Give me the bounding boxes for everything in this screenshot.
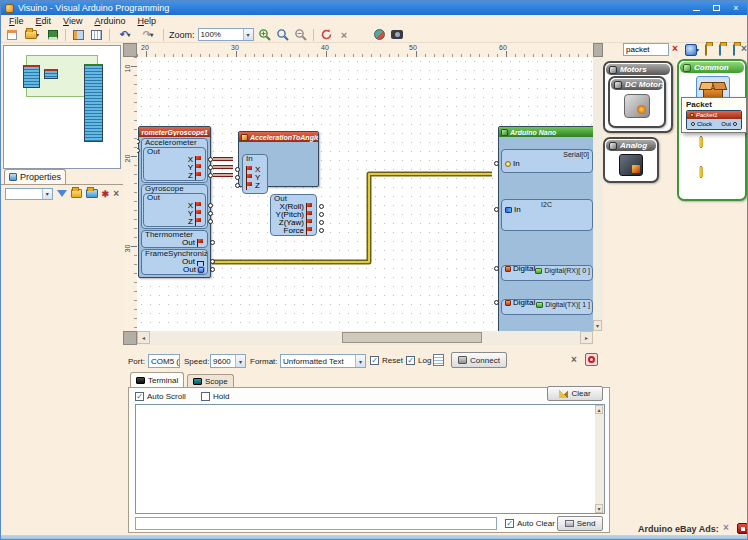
pin-circle[interactable] — [494, 300, 499, 305]
zoom-reset-icon[interactable] — [275, 28, 290, 41]
close-palette-icon[interactable]: × — [741, 43, 747, 54]
alpha-sort-icon[interactable] — [86, 189, 97, 198]
hold-checkbox[interactable]: Hold — [201, 392, 229, 401]
pin-circle[interactable] — [235, 175, 240, 180]
palette-group-dc-motors[interactable]: DC Motors — [608, 76, 666, 128]
pin-circle[interactable] — [319, 228, 324, 233]
pin-circle[interactable] — [319, 220, 324, 225]
pin-circle[interactable] — [319, 204, 324, 209]
auto-clear-checkbox[interactable]: ✓Auto Clear — [505, 519, 555, 528]
palette-item-packet2[interactable] — [700, 137, 702, 147]
pin-digital[interactable]: Digital — [502, 265, 552, 273]
group-header[interactable]: DC Motors — [611, 79, 663, 90]
toggle-grid-icon[interactable] — [89, 28, 104, 41]
toggle-panels-icon[interactable] — [71, 28, 86, 41]
component-arduino-nano[interactable]: Arduino Nano Serial[0] In I2C In Digital… — [498, 126, 593, 331]
pin-circle[interactable] — [235, 167, 240, 172]
disconnect-power-icon[interactable] — [585, 353, 598, 366]
pin-i2c-in[interactable]: In — [502, 206, 552, 214]
new-category-icon[interactable] — [705, 44, 707, 56]
terminal-settings-icon[interactable]: × — [571, 354, 577, 365]
terminal-scrollbar[interactable]: ▴ ▾ — [595, 405, 604, 513]
expand-properties-icon[interactable]: ✱ — [102, 189, 110, 199]
terminal-output[interactable]: ▴ ▾ — [135, 404, 605, 514]
group-header[interactable]: Motors — [606, 64, 670, 75]
pin-analog-out[interactable]: X — [144, 156, 205, 164]
palette-group-motors[interactable]: Motors DC Motors — [603, 61, 673, 133]
pin-circle[interactable] — [235, 183, 240, 188]
filter-icon[interactable] — [57, 190, 67, 197]
new-project-icon[interactable] — [4, 28, 19, 41]
zoom-in-icon[interactable] — [257, 28, 272, 41]
design-minimap[interactable] — [3, 45, 121, 169]
pin-analog-out[interactable]: Force — [271, 227, 316, 235]
filter-wizard-icon[interactable]: ▾ — [685, 43, 703, 56]
pin-circle[interactable] — [494, 266, 499, 271]
component-header[interactable]: AccelerometerGyroscope1 — [139, 127, 210, 137]
clear-search-icon[interactable]: × — [672, 43, 678, 54]
refresh-icon[interactable] — [319, 28, 334, 41]
group-header[interactable]: Analog — [606, 140, 656, 151]
pin-circle[interactable] — [210, 259, 215, 264]
close-ads-icon[interactable]: × — [723, 522, 729, 533]
canvas-hscrollbar[interactable]: ◂ ▸ — [137, 331, 593, 345]
pin-packet-out-selected[interactable]: Out — [142, 266, 207, 274]
dc-motor-component-icon[interactable] — [624, 94, 650, 118]
pin-analog-out[interactable]: Z — [144, 218, 205, 226]
undo-icon[interactable]: ↶▾ — [115, 28, 135, 41]
properties-settings-icon[interactable]: × — [113, 188, 119, 199]
open-project-icon[interactable]: ▾ — [22, 28, 42, 41]
pin-circle[interactable] — [208, 203, 213, 208]
component-accelerometer-gyroscope[interactable]: AccelerometerGyroscope1 Accelerometer Ou… — [138, 126, 211, 278]
pin-analog-out[interactable]: X — [144, 202, 205, 210]
component-search-input[interactable] — [623, 43, 669, 56]
pin-circle[interactable] — [494, 161, 499, 166]
pin-analog-in[interactable]: Z — [243, 182, 267, 190]
save-project-icon[interactable] — [45, 28, 60, 41]
scroll-down-arrow-icon[interactable]: ▾ — [593, 320, 602, 331]
scroll-down-arrow-icon[interactable]: ▾ — [595, 504, 603, 513]
pin-circle[interactable] — [208, 211, 213, 216]
canvas-vscrollbar[interactable]: ▾ — [593, 57, 603, 331]
menu-arduino[interactable]: Arduino — [89, 16, 130, 26]
scroll-up-arrow-icon[interactable]: ▴ — [595, 405, 603, 414]
palette-group-analog[interactable]: Analog — [603, 137, 659, 183]
clear-button[interactable]: Clear — [547, 386, 603, 401]
pin-circle[interactable] — [208, 173, 213, 178]
pin-circle[interactable] — [210, 267, 215, 272]
reset-checkbox[interactable]: ✓Reset — [370, 356, 403, 365]
speed-combobox[interactable]: 9600▾ — [210, 354, 246, 368]
delete-icon[interactable]: × — [337, 28, 352, 41]
zoom-out-icon[interactable] — [293, 28, 308, 41]
format-combobox[interactable]: Unformatted Text▾ — [280, 354, 366, 368]
pin-analog-out[interactable]: Y — [144, 164, 205, 172]
pin-clock-out[interactable]: Out — [142, 258, 207, 266]
pin-circle[interactable] — [208, 219, 213, 224]
property-filter-combobox[interactable]: ▾ — [5, 188, 53, 200]
pin-circle[interactable] — [210, 240, 215, 245]
help-web-icon[interactable] — [372, 28, 387, 41]
hscroll-thumb[interactable] — [342, 332, 482, 343]
pin-digital[interactable]: Digital — [502, 299, 552, 307]
pin-circle[interactable] — [494, 207, 499, 212]
group-header[interactable]: Common — [680, 62, 744, 73]
menu-file[interactable]: File — [4, 16, 29, 26]
tab-scope[interactable]: Scope — [187, 374, 234, 387]
scroll-left-arrow-icon[interactable]: ◂ — [137, 331, 150, 344]
pin-analog-out[interactable]: Out — [142, 239, 207, 247]
pin-circle[interactable] — [208, 157, 213, 162]
collapse-categories-icon[interactable] — [733, 44, 735, 56]
analog-component-icon[interactable] — [619, 154, 643, 176]
palette-item-packet3[interactable] — [700, 167, 702, 177]
pin-analog-out[interactable]: Z — [144, 172, 205, 180]
category-view-icon[interactable] — [71, 189, 82, 198]
menu-view[interactable]: View — [58, 16, 87, 26]
close-button[interactable]: × — [727, 3, 745, 14]
pin-circle[interactable] — [319, 212, 324, 217]
send-input[interactable] — [135, 517, 497, 530]
auto-scroll-checkbox[interactable]: ✓Auto Scroll — [135, 392, 186, 401]
menu-edit[interactable]: Edit — [31, 16, 57, 26]
stop-ads-icon[interactable] — [737, 523, 748, 534]
component-acceleration-to-angle[interactable]: AccelerationToAngle1 In X Y Z Out X(Roll… — [238, 131, 319, 187]
zoom-combobox[interactable]: 100%▾ — [198, 28, 254, 41]
